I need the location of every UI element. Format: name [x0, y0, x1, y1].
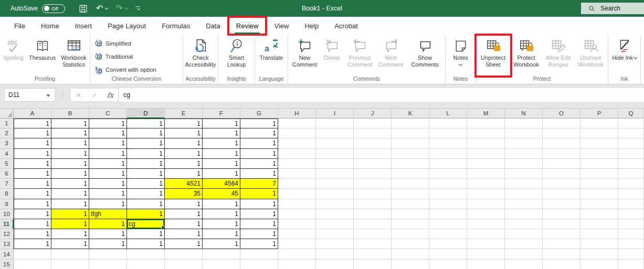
cell-p12[interactable] [580, 229, 618, 239]
cell-l13[interactable] [429, 239, 467, 249]
cell-m6[interactable] [467, 169, 505, 179]
cell-a1[interactable]: 1 [14, 119, 51, 128]
cell-c11[interactable]: 1 [89, 219, 127, 229]
cell-e9[interactable]: 1 [165, 199, 203, 209]
cell-j3[interactable] [354, 138, 392, 148]
cell-o3[interactable] [543, 138, 580, 148]
cell-a12[interactable]: 1 [14, 229, 51, 239]
column-header-h[interactable]: H [278, 109, 316, 119]
cell-j10[interactable] [354, 209, 392, 219]
cell-i7[interactable] [316, 179, 354, 189]
row-header-1[interactable]: 1 [0, 119, 14, 128]
cell-c9[interactable]: 1 [89, 199, 127, 209]
cell-m10[interactable] [467, 209, 505, 219]
cell-g8[interactable]: 1 [240, 189, 278, 199]
traditional-button[interactable]: Traditional [93, 51, 133, 62]
cell-l10[interactable] [429, 209, 467, 219]
autosave-toggle[interactable]: Off [42, 4, 65, 13]
cell-g14[interactable] [240, 249, 278, 259]
tab-formulas[interactable]: Formulas [154, 17, 198, 35]
hide-ink-button[interactable]: Hide Ink [609, 36, 640, 76]
cell-d12[interactable]: 1 [127, 229, 165, 239]
cell-a13[interactable]: 1 [14, 239, 51, 249]
cell-o4[interactable] [543, 149, 580, 159]
cell-q6[interactable] [618, 169, 644, 179]
cell-q12[interactable] [618, 229, 644, 239]
cell-q11[interactable] [618, 219, 644, 229]
cell-j13[interactable] [354, 239, 392, 249]
cell-e14[interactable] [165, 249, 203, 259]
cell-h4[interactable] [278, 149, 316, 159]
cell-p14[interactable] [580, 249, 618, 259]
cell-h14[interactable] [278, 249, 316, 259]
cell-f13[interactable]: 1 [203, 239, 240, 249]
column-header-j[interactable]: J [354, 109, 392, 119]
cell-c7[interactable]: 1 [89, 179, 127, 189]
unprotect-sheet-button[interactable]: Unprotect Sheet [477, 36, 510, 76]
cell-d5[interactable]: 1 [127, 159, 165, 169]
cell-q8[interactable] [618, 189, 644, 199]
row-header-12[interactable]: 12 [0, 229, 14, 239]
cell-l1[interactable] [429, 119, 467, 128]
protect-workbook-button[interactable]: Protect Workbook [510, 36, 543, 76]
undo-button[interactable]: ↶ [96, 4, 107, 13]
cell-d9[interactable]: 1 [127, 199, 165, 209]
column-header-f[interactable]: F [203, 109, 240, 119]
cell-b10[interactable]: 1 [51, 209, 89, 219]
cell-q5[interactable] [618, 159, 644, 169]
cell-i12[interactable] [316, 229, 354, 239]
cell-b13[interactable]: 1 [51, 239, 89, 249]
cell-j9[interactable] [354, 199, 392, 209]
cell-m5[interactable] [467, 159, 505, 169]
column-header-i[interactable]: I [316, 109, 354, 119]
row-header-13[interactable]: 13 [0, 239, 14, 249]
cell-i5[interactable] [316, 159, 354, 169]
cell-e2[interactable]: 1 [165, 128, 203, 138]
cell-p10[interactable] [580, 209, 618, 219]
cell-l5[interactable] [429, 159, 467, 169]
cell-p8[interactable] [580, 189, 618, 199]
cell-c14[interactable] [89, 249, 127, 259]
column-header-l[interactable]: L [429, 109, 467, 119]
cell-g9[interactable]: 1 [240, 199, 278, 209]
cell-a14[interactable] [14, 249, 51, 259]
cell-i2[interactable] [316, 128, 354, 138]
cell-b14[interactable] [51, 249, 89, 259]
cell-d15[interactable] [127, 260, 165, 269]
insert-function-button[interactable]: fx [102, 91, 118, 99]
cell-j14[interactable] [354, 249, 392, 259]
cell-q15[interactable] [618, 260, 644, 269]
cell-h13[interactable] [278, 239, 316, 249]
column-header-d[interactable]: D [127, 109, 165, 119]
cell-l15[interactable] [429, 260, 467, 269]
cell-a6[interactable]: 1 [14, 169, 51, 179]
cell-h2[interactable] [278, 128, 316, 138]
cell-i6[interactable] [316, 169, 354, 179]
cell-j4[interactable] [354, 149, 392, 159]
cell-l8[interactable] [429, 189, 467, 199]
cell-b3[interactable]: 1 [51, 138, 89, 148]
row-header-15[interactable]: 15 [0, 260, 14, 269]
cell-l12[interactable] [429, 229, 467, 239]
cell-a10[interactable]: 1 [14, 209, 51, 219]
cell-c3[interactable]: 1 [89, 138, 127, 148]
cell-g6[interactable]: 1 [240, 169, 278, 179]
row-header-6[interactable]: 6 [0, 169, 14, 179]
cell-a15[interactable] [14, 260, 51, 269]
cell-f14[interactable] [203, 249, 240, 259]
row-header-4[interactable]: 4 [0, 149, 14, 159]
cell-o9[interactable] [543, 199, 580, 209]
cell-c12[interactable]: 1 [89, 229, 127, 239]
smart-lookup-button[interactable]: Smart Lookup [221, 36, 252, 76]
cell-p11[interactable] [580, 219, 618, 229]
cell-d2[interactable]: 1 [127, 128, 165, 138]
cell-n6[interactable] [505, 169, 543, 179]
cell-o14[interactable] [543, 249, 580, 259]
tab-acrobat[interactable]: Acrobat [326, 17, 366, 35]
cell-d11[interactable]: cg [127, 219, 165, 229]
cell-b11[interactable]: 1 [51, 219, 89, 229]
cell-f7[interactable]: 4564 [203, 179, 240, 189]
cell-k13[interactable] [392, 239, 429, 249]
tab-view[interactable]: View [266, 17, 297, 35]
cell-c1[interactable]: 1 [89, 119, 127, 128]
